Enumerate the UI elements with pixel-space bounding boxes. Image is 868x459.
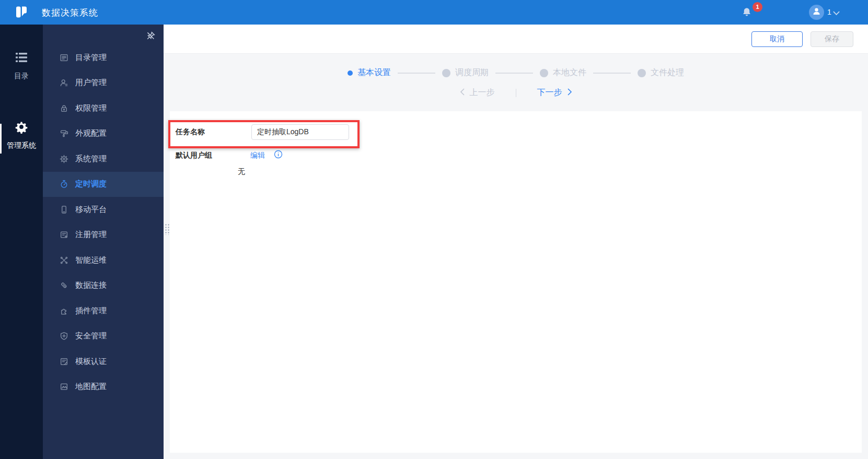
map-icon xyxy=(60,382,68,391)
timer-icon xyxy=(60,180,68,189)
wizard-step-2[interactable]: 调度周期 xyxy=(442,67,489,78)
directory-icon xyxy=(15,51,28,64)
next-step-button[interactable]: 下一步 xyxy=(537,87,573,98)
bell-icon xyxy=(742,7,752,20)
edit-group-link[interactable]: 编辑 xyxy=(250,151,265,160)
wizard-stepper: 基本设置调度周期本地文件文件处理 xyxy=(164,54,868,78)
wizard-nav: 上一步 下一步 xyxy=(164,87,868,98)
chevron-down-icon[interactable] xyxy=(832,9,840,18)
chevron-left-icon xyxy=(459,88,465,98)
sidebar-item-shield[interactable]: 安全管理 xyxy=(43,324,164,349)
top-bar: 数据决策系统 1 1 xyxy=(0,0,868,25)
sidebar-item-map[interactable]: 地图配置 xyxy=(43,374,164,400)
wizard-step-1[interactable]: 基本设置 xyxy=(348,67,391,78)
lock-icon xyxy=(60,104,68,113)
paint-icon xyxy=(60,129,68,138)
wizard-step-4[interactable]: 文件处理 xyxy=(638,67,684,78)
user-icon xyxy=(60,78,68,87)
default-group-value: 无 xyxy=(238,167,245,176)
form-card: 任务名称 默认用户组 编辑 无 xyxy=(170,111,862,453)
ops-icon xyxy=(60,256,68,265)
app-title: 数据决策系统 xyxy=(42,7,98,19)
register-icon xyxy=(60,230,68,239)
step-connector xyxy=(398,73,435,74)
clip-icon xyxy=(60,281,68,290)
notification-badge: 1 xyxy=(753,2,762,12)
gear-icon xyxy=(60,155,68,163)
person-icon xyxy=(812,7,821,18)
sidebar-item-user[interactable]: 用户管理 xyxy=(43,70,164,96)
sidebar-item-lock[interactable]: 权限管理 xyxy=(43,96,164,121)
cancel-button[interactable]: 取消 xyxy=(751,31,803,47)
sidebar-item-gear[interactable]: 系统管理 xyxy=(43,146,164,172)
info-icon[interactable] xyxy=(274,150,283,161)
sidebar-resize-handle[interactable] xyxy=(165,223,170,235)
mobile-icon xyxy=(60,205,68,214)
save-button[interactable]: 保存 xyxy=(811,31,853,47)
sidebar-item-catalog[interactable]: 目录管理 xyxy=(43,45,164,70)
step-dot xyxy=(638,69,646,77)
user-name: 1 xyxy=(827,8,831,16)
notification-bell[interactable]: 1 xyxy=(742,5,765,21)
admin-sidebar: 目录管理用户管理权限管理外观配置系统管理定时调度移动平台注册管理智能运维数据连接… xyxy=(43,25,164,459)
step-dot xyxy=(540,69,548,77)
action-header: 取消 保存 xyxy=(164,25,868,54)
default-group-label: 默认用户组 xyxy=(176,151,212,160)
nav-divider xyxy=(516,89,516,97)
sidebar-item-plugin[interactable]: 插件管理 xyxy=(43,298,164,324)
shield-icon xyxy=(60,332,68,340)
step-connector xyxy=(495,73,533,74)
rail-item-directory[interactable]: 目录 xyxy=(0,51,43,81)
main-content: 取消 保存 基本设置调度周期本地文件文件处理 上一步 下一步 xyxy=(164,25,868,459)
nav-rail: 目录管理系统 xyxy=(0,25,43,459)
cert-icon xyxy=(60,357,68,366)
sidebar-item-clip[interactable]: 数据连接 xyxy=(43,273,164,299)
sidebar-item-mobile[interactable]: 移动平台 xyxy=(43,197,164,222)
step-dot xyxy=(348,70,353,76)
step-connector xyxy=(593,73,631,74)
step-dot xyxy=(442,69,450,77)
rail-item-gear-solid[interactable]: 管理系统 xyxy=(0,120,43,150)
sidebar-item-cert[interactable]: 模板认证 xyxy=(43,349,164,374)
user-avatar[interactable] xyxy=(809,5,824,20)
chevron-right-icon xyxy=(567,88,573,98)
catalog-icon xyxy=(60,53,68,62)
sidebar-item-timer[interactable]: 定时调度 xyxy=(43,172,164,197)
wizard-step-3[interactable]: 本地文件 xyxy=(540,67,586,78)
wizard-area: 基本设置调度周期本地文件文件处理 上一步 下一步 xyxy=(164,54,868,111)
task-name-input[interactable] xyxy=(251,124,349,140)
sidebar-item-register[interactable]: 注册管理 xyxy=(43,222,164,248)
unpin-icon[interactable] xyxy=(146,31,156,43)
gear-solid-icon xyxy=(15,120,28,134)
plugin-icon xyxy=(60,307,68,315)
sidebar-item-paint[interactable]: 外观配置 xyxy=(43,121,164,147)
app-logo-icon xyxy=(15,5,28,19)
task-name-label: 任务名称 xyxy=(176,127,205,137)
prev-step-button[interactable]: 上一步 xyxy=(459,87,495,98)
app-root: 数据决策系统 1 1 xyxy=(0,0,868,459)
sidebar-item-ops[interactable]: 智能运维 xyxy=(43,248,164,273)
